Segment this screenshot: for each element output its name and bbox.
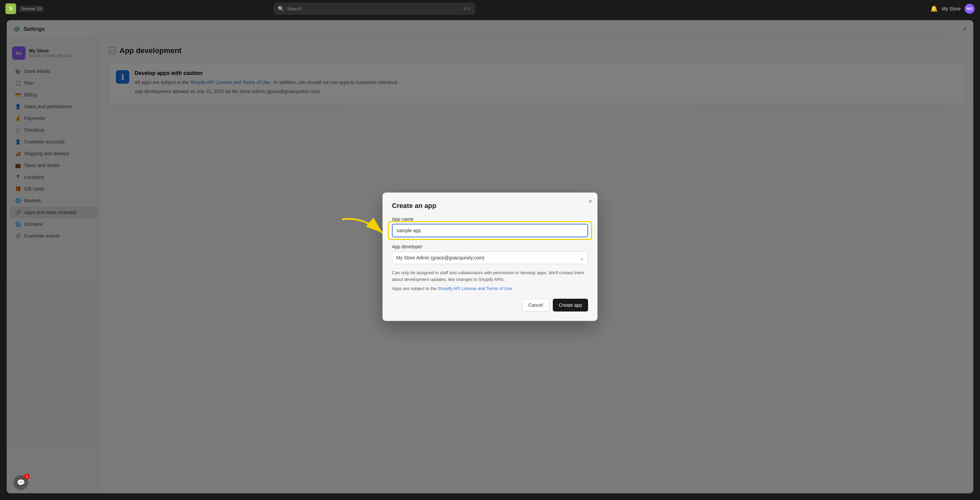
app-name-form-group: App name — [392, 217, 588, 237]
create-app-modal: Create an app × App name App de — [383, 193, 597, 321]
modal-footer: Cancel Create app — [392, 299, 588, 312]
modal-title: Create an app — [392, 202, 588, 210]
terms-text: Apps are subject to the Shopify API Lice… — [392, 285, 588, 292]
terms-link[interactable]: Shopify API License and Terms of Use — [438, 286, 512, 291]
topbar: S Summer '23 🔍 Search ⌘ K 🔔 My Store MS — [0, 0, 980, 18]
notification-bell-icon[interactable]: 🔔 — [930, 5, 938, 13]
app-developer-label: App developer — [392, 244, 588, 249]
topbar-right: 🔔 My Store MS — [930, 4, 975, 14]
app-name-label: App name — [392, 217, 588, 222]
helper-text: Can only be assigned to staff and collab… — [392, 269, 588, 283]
store-name-label: My Store — [942, 6, 961, 11]
shopify-logo-icon: S — [5, 3, 16, 14]
search-bar[interactable]: 🔍 Search ⌘ K — [274, 3, 475, 15]
terms-pre: Apps are subject to the — [392, 286, 437, 291]
user-avatar[interactable]: MS — [964, 4, 975, 14]
chat-button-area: 💬 6 — [13, 475, 28, 490]
search-icon: 🔍 — [278, 6, 285, 12]
cancel-button[interactable]: Cancel — [522, 299, 549, 312]
modal-overlay[interactable]: Create an app × App name App de — [7, 20, 973, 493]
modal-close-button[interactable]: × — [589, 198, 592, 205]
create-app-button[interactable]: Create app — [553, 299, 588, 312]
app-developer-select-wrapper: My Store Admin (grace@goacquirely.com) — [392, 252, 588, 264]
chat-button-wrapper: 💬 6 — [13, 475, 28, 490]
summer-badge: Summer '23 — [19, 6, 44, 12]
app-developer-form-group: App developer My Store Admin (grace@goac… — [392, 244, 588, 264]
logo-area: S Summer '23 — [5, 3, 44, 14]
chat-notification-badge: 6 — [24, 474, 30, 479]
search-placeholder: Search — [287, 6, 302, 11]
app-developer-select[interactable]: My Store Admin (grace@goacquirely.com) — [392, 252, 588, 264]
terms-end: . — [513, 286, 514, 291]
app-name-input[interactable] — [392, 224, 588, 237]
search-shortcut: ⌘ K — [463, 6, 471, 11]
